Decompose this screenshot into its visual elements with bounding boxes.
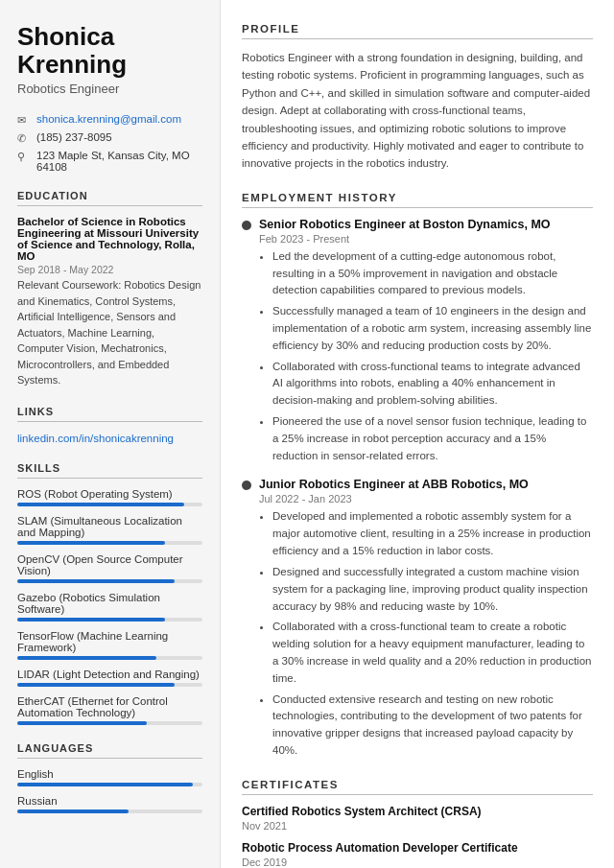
certificates-section: Certificates Certified Robotics System A… (242, 779, 593, 868)
skill-bar-fill (17, 541, 165, 545)
job-header: Senior Robotics Engineer at Boston Dynam… (242, 218, 593, 231)
job-bullet: Developed and implemented a robotic asse… (272, 508, 593, 559)
main-content: Profile Robotics Engineer with a strong … (221, 0, 614, 868)
employment-section: Employment History Senior Robotics Engin… (242, 192, 593, 760)
location-icon: ⚲ (17, 151, 31, 163)
skill-name: ROS (Robot Operating System) (17, 488, 202, 500)
job-date: Jul 2022 - Jan 2023 (259, 493, 593, 504)
skill-bar-bg (17, 656, 202, 660)
skill-bar-fill (17, 721, 147, 725)
page-container: Shonica Krenning Robotics Engineer ✉ sho… (0, 0, 614, 868)
lang-bar-fill (17, 783, 193, 786)
job-bullets: Developed and implemented a robotic asse… (259, 508, 593, 759)
profile-title: Profile (242, 23, 593, 39)
sidebar: Shonica Krenning Robotics Engineer ✉ sho… (0, 0, 221, 868)
skill-bar-bg (17, 579, 202, 583)
edu-courses: Relevant Coursework: Robotics Design and… (17, 277, 202, 388)
links-title: Links (17, 406, 202, 422)
skills-section: Skills ROS (Robot Operating System) SLAM… (17, 462, 202, 725)
education-title: Education (17, 190, 202, 206)
job-bullet: Pioneered the use of a novel sensor fusi… (272, 413, 593, 464)
phone-icon: ✆ (17, 132, 31, 145)
skill-name: Gazebo (Robotics Simulation Software) (17, 592, 202, 615)
candidate-name: Shonica Krenning (17, 23, 202, 78)
certificates-title: Certificates (242, 779, 593, 795)
address-text: 123 Maple St, Kansas City, MO 64108 (36, 150, 202, 173)
job-bullet: Collaborated with a cross-functional tea… (272, 619, 593, 687)
email-link[interactable]: shonica.krenning@gmail.com (36, 113, 181, 125)
skill-item: SLAM (Simultaneous Localization and Mapp… (17, 515, 202, 545)
language-item: English (17, 768, 202, 786)
profile-section: Profile Robotics Engineer with a strong … (242, 23, 593, 173)
skill-bar-bg (17, 503, 202, 506)
languages-section: Languages English Russian (17, 742, 202, 813)
cert-entry: Robotic Process Automation Developer Cer… (242, 841, 593, 868)
lang-bar-bg (17, 809, 202, 813)
linkedin-link[interactable]: linkedin.com/in/shonicakrenning (17, 433, 174, 444)
job-entry: Senior Robotics Engineer at Boston Dynam… (242, 218, 593, 465)
job-bullets: Led the development of a cutting-edge au… (259, 248, 593, 465)
language-name: English (17, 768, 202, 780)
job-dot (242, 221, 251, 230)
linkedin-link-item: linkedin.com/in/shonicakrenning (17, 432, 202, 445)
languages-title: Languages (17, 742, 202, 759)
email-icon: ✉ (17, 114, 31, 127)
skill-bar-fill (17, 503, 184, 506)
job-bullet: Designed and successfully integrated a c… (272, 564, 593, 615)
email-contact: ✉ shonica.krenning@gmail.com (17, 113, 202, 127)
skill-bar-fill (17, 618, 165, 622)
job-bullet: Collaborated with cross-functional teams… (272, 359, 593, 410)
job-bullet: Led the development of a cutting-edge au… (272, 248, 593, 299)
skill-item: ROS (Robot Operating System) (17, 488, 202, 506)
skill-item: OpenCV (Open Source Computer Vision) (17, 553, 202, 583)
jobs-list: Senior Robotics Engineer at Boston Dynam… (242, 218, 593, 760)
skill-name: OpenCV (Open Source Computer Vision) (17, 553, 202, 576)
language-name: Russian (17, 795, 202, 807)
education-section: Education Bachelor of Science in Robotic… (17, 190, 202, 388)
lang-bar-fill (17, 809, 129, 813)
skill-bar-bg (17, 721, 202, 725)
cert-date: Nov 2021 (242, 820, 593, 832)
skill-name: SLAM (Simultaneous Localization and Mapp… (17, 515, 202, 538)
job-bullet: Successfully managed a team of 10 engine… (272, 303, 593, 354)
skill-bar-fill (17, 683, 175, 687)
language-item: Russian (17, 795, 202, 813)
skill-bar-bg (17, 683, 202, 687)
skill-bar-bg (17, 541, 202, 545)
skill-item: EtherCAT (Ethernet for Control Automatio… (17, 695, 202, 725)
job-date: Feb 2023 - Present (259, 233, 593, 245)
cert-name: Robotic Process Automation Developer Cer… (242, 841, 593, 855)
skills-title: Skills (17, 462, 202, 479)
address-contact: ⚲ 123 Maple St, Kansas City, MO 64108 (17, 150, 202, 173)
job-header: Junior Robotics Engineer at ABB Robotics… (242, 478, 593, 491)
skill-bar-bg (17, 618, 202, 622)
job-entry: Junior Robotics Engineer at ABB Robotics… (242, 478, 593, 759)
lang-bar-bg (17, 783, 202, 786)
links-section: Links linkedin.com/in/shonicakrenning (17, 406, 202, 445)
name-section: Shonica Krenning Robotics Engineer (17, 23, 202, 96)
skill-name: LIDAR (Light Detection and Ranging) (17, 669, 202, 680)
job-dot (242, 481, 251, 490)
skills-list: ROS (Robot Operating System) SLAM (Simul… (17, 488, 202, 725)
job-title-text: Junior Robotics Engineer at ABB Robotics… (259, 478, 529, 491)
cert-date: Dec 2019 (242, 856, 593, 868)
skill-name: TensorFlow (Machine Learning Framework) (17, 630, 202, 653)
job-title-text: Senior Robotics Engineer at Boston Dynam… (259, 218, 551, 231)
phone-contact: ✆ (185) 237-8095 (17, 131, 202, 145)
profile-text: Robotics Engineer with a strong foundati… (242, 49, 593, 173)
edu-date: Sep 2018 - May 2022 (17, 264, 202, 275)
cert-name: Certified Robotics System Architect (CRS… (242, 805, 593, 818)
skill-bar-fill (17, 656, 156, 660)
employment-title: Employment History (242, 192, 593, 208)
candidate-job-title: Robotics Engineer (17, 82, 202, 96)
edu-degree: Bachelor of Science in Robotics Engineer… (17, 216, 202, 262)
skill-item: Gazebo (Robotics Simulation Software) (17, 592, 202, 622)
skill-bar-fill (17, 579, 175, 583)
cert-entry: Certified Robotics System Architect (CRS… (242, 805, 593, 832)
phone-text: (185) 237-8095 (36, 131, 112, 143)
job-bullet: Conducted extensive research and testing… (272, 692, 593, 760)
education-entry: Bachelor of Science in Robotics Engineer… (17, 216, 202, 388)
certs-list: Certified Robotics System Architect (CRS… (242, 805, 593, 868)
skill-item: TensorFlow (Machine Learning Framework) (17, 630, 202, 660)
skill-name: EtherCAT (Ethernet for Control Automatio… (17, 695, 202, 718)
